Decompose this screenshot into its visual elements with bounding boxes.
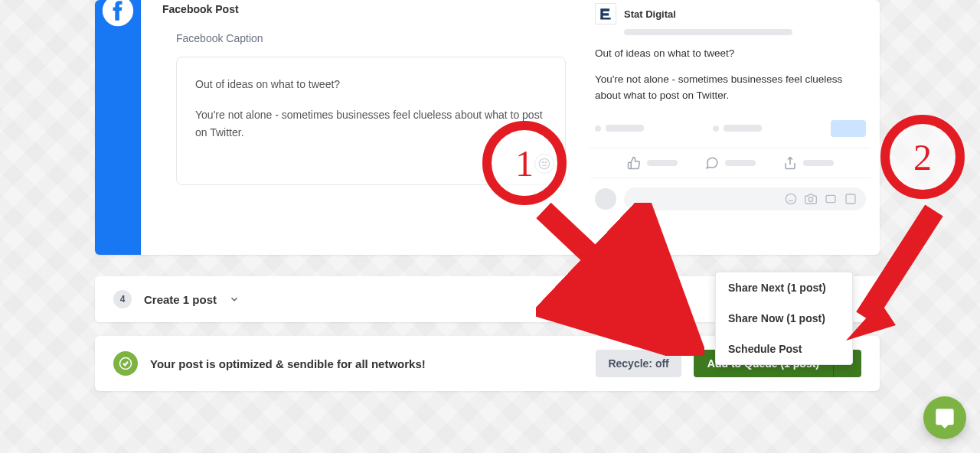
emoji-icon xyxy=(785,193,797,205)
annotation-circle-2: 2 xyxy=(880,115,965,199)
preview-actions-row xyxy=(590,148,871,178)
annotation-circle-1: 1 xyxy=(482,121,567,205)
caption-line: Out of ideas on what to tweet? xyxy=(195,76,547,93)
svg-line-12 xyxy=(544,210,681,341)
svg-point-5 xyxy=(786,194,795,204)
facebook-icon xyxy=(101,0,135,28)
compose-card: Facebook Post Facebook Caption Out of id… xyxy=(95,0,880,255)
camera-icon xyxy=(805,193,817,205)
svg-rect-8 xyxy=(846,194,855,204)
chevron-down-icon xyxy=(229,294,240,305)
dropdown-item-share-next[interactable]: Share Next (1 post) xyxy=(716,272,852,303)
network-sidebar xyxy=(95,0,141,255)
preview-account-name: Stat Digital xyxy=(624,8,676,20)
check-icon xyxy=(113,351,138,376)
comment-icon xyxy=(705,156,756,170)
annotation-arrow-1 xyxy=(536,203,704,356)
status-text: Your post is optimized & sendible for al… xyxy=(150,357,426,370)
like-icon xyxy=(627,156,678,170)
preview-text: You're not alone - sometimes businesses … xyxy=(595,72,866,103)
svg-rect-4 xyxy=(600,18,610,20)
share-icon xyxy=(783,156,834,170)
annotation-arrow-2 xyxy=(842,203,949,341)
dropdown-item-share-now[interactable]: Share Now (1 post) xyxy=(716,303,852,334)
preview-meta-row xyxy=(581,114,880,143)
preview-timestamp-placeholder xyxy=(624,29,792,35)
preview-text: Out of ideas on what to tweet? xyxy=(595,46,866,61)
step-label: Create 1 post xyxy=(144,293,217,306)
step-number-badge: 4 xyxy=(113,290,132,308)
gif-icon xyxy=(825,193,837,205)
queue-dropdown-menu: Share Next (1 post) Share Now (1 post) S… xyxy=(715,272,853,365)
chat-icon xyxy=(934,407,956,429)
section-title: Facebook Post xyxy=(162,3,566,15)
dropdown-item-schedule[interactable]: Schedule Post xyxy=(716,334,852,364)
svg-point-6 xyxy=(808,197,812,201)
caption-label: Facebook Caption xyxy=(176,32,566,44)
preview-avatar xyxy=(595,3,616,24)
svg-line-14 xyxy=(865,210,934,318)
help-widget[interactable] xyxy=(923,396,966,439)
svg-rect-7 xyxy=(826,195,835,202)
